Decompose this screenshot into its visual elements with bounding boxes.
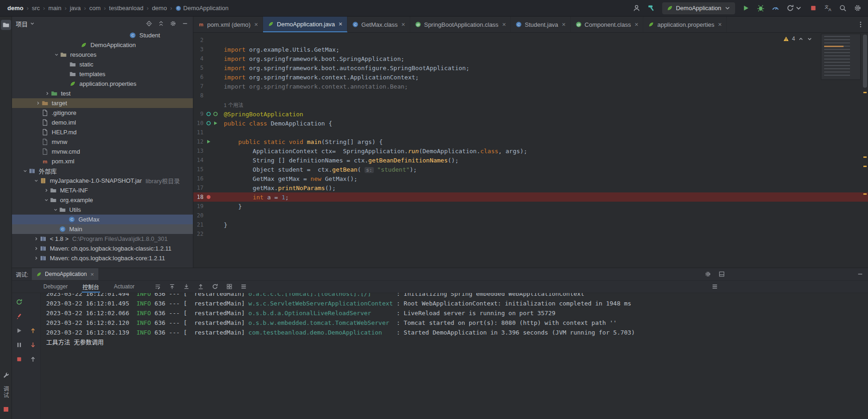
console-output[interactable]: 2023-03-22 16:12:01.494 INFO 636 --- [ r… [41,293,868,419]
project-panel-title[interactable]: 项目 [16,19,28,28]
warning-tick[interactable] [863,156,867,158]
breadcrumb-item-demo[interactable]: demo [7,5,24,12]
tree-item-getmax[interactable]: CGetMax [12,215,193,224]
run-button[interactable] [742,4,750,12]
tree-item-target[interactable]: target [12,98,193,108]
tree-toggle-icon[interactable] [32,236,40,241]
editor[interactable]: 23import org.example.Utils.GetMax;4impor… [193,33,868,268]
tree-item-maven-ch-qos-logback-logback-core-1-2-11[interactable]: Maven: ch.qos.logback:logback-core:1.2.1… [12,253,193,263]
hotswap-button[interactable] [16,313,23,320]
tree-toggle-icon[interactable] [34,101,42,106]
run-gutter-icon[interactable] [206,139,211,144]
translate-icon[interactable]: 文A [824,4,832,12]
line-number[interactable]: 11 [193,129,204,136]
tree-item-resources[interactable]: resources [12,50,193,60]
layout-icon[interactable] [718,271,725,277]
scrollbar-thumb[interactable] [863,35,867,88]
tree-toggle-icon[interactable] [52,207,59,212]
editor-tab-getmax-class[interactable]: CGetMax.class× [347,17,410,32]
build-tool-button[interactable] [1,370,11,380]
tree-toggle-icon[interactable] [53,52,60,57]
bean-teal-icon[interactable] [206,111,211,117]
locate-icon[interactable] [146,20,152,27]
line-number[interactable]: 3 [193,46,204,53]
line-number[interactable]: 4 [193,55,204,62]
step-out-button[interactable] [30,327,36,334]
pause-button[interactable] [16,341,23,348]
debug-tool-button[interactable]: 调试 [2,386,10,399]
tree-item-test[interactable]: test [12,89,193,98]
scroll-down-icon[interactable] [183,283,190,290]
close-icon[interactable]: × [562,21,566,28]
scroll-top-button[interactable] [30,356,36,363]
editor-tab-student-java[interactable]: CStudent.java× [511,17,570,32]
chevron-down-icon[interactable] [30,21,35,26]
editor-tab-pom-xml-demo[interactable]: mpom.xml (demo)× [193,17,263,32]
tree-item-help-md[interactable]: HELP.md [12,127,193,137]
breadcrumb-item-java[interactable]: java [70,5,81,12]
tree-item-student[interactable]: CStudent [12,30,193,40]
breadcrumb-item-testbeanload[interactable]: testbeanload [109,5,143,12]
tree-item-static[interactable]: static [12,60,193,69]
soft-wrap-icon[interactable] [155,283,161,290]
tree-item-1-8[interactable]: < 1.8 >C:\Program Files\Java\jdk1.8.0_30… [12,234,193,244]
line-number[interactable]: 22 [193,231,204,237]
bean-teal-icon[interactable] [206,120,211,126]
breadcrumb-item-com[interactable]: com [89,5,101,12]
error-stripe[interactable] [862,33,868,268]
project-tool-button[interactable] [1,20,11,30]
warning-tick[interactable] [863,166,867,167]
upload-icon[interactable] [198,283,204,290]
prev-chevron-icon[interactable] [798,36,804,42]
tree-item-org-example[interactable]: org.example [12,195,193,205]
tree-toggle-icon[interactable] [42,188,50,193]
editor-tab-component-class[interactable]: @Component.class× [571,17,644,32]
line-number[interactable]: 20 [193,212,204,219]
profiler-button[interactable] [772,4,779,12]
tree-item-mvnw-cmd[interactable]: mvnw.cmd [12,147,193,156]
tree-item-main[interactable]: CMain [12,224,193,234]
tree-item-外部库[interactable]: 外部库 [12,166,193,176]
line-number[interactable]: 9 [193,111,204,117]
debug-view-tab-debugger[interactable]: Debugger [42,281,69,293]
tree-toggle-icon[interactable] [42,198,50,203]
tree-toggle-icon[interactable] [32,246,40,251]
account-icon[interactable] [633,4,641,12]
tree-item-templates[interactable]: templates [12,69,193,79]
breadcrumb-item-demo[interactable]: demo [152,5,167,12]
restart-icon[interactable] [212,283,218,290]
line-number[interactable]: 2 [193,37,204,43]
tree-item-gitignore[interactable]: .gitignore [12,108,193,118]
tree-item-demoapplication[interactable]: DemoApplication [12,40,193,50]
scroll-up-icon[interactable] [169,283,175,290]
resume-button[interactable] [16,327,23,334]
tree-item-pom-xml[interactable]: mpom.xml [12,156,193,166]
search-icon[interactable] [839,4,847,12]
hamburger-icon[interactable] [240,283,247,290]
close-icon[interactable]: × [401,21,405,28]
tree-toggle-icon[interactable] [21,168,29,174]
line-number[interactable]: 8 [193,92,204,99]
run-gutter-icon[interactable] [213,120,218,126]
debug-button[interactable] [757,4,765,12]
breadcrumb-item-demoapplication[interactable]: CDemoApplication [175,5,228,12]
line-number[interactable]: 21 [193,221,204,228]
more-tabs-icon[interactable] [857,17,868,32]
tree-item-myjarpackahe-1-0-snapshot-jar[interactable]: myJarpackahe-1.0-SNAPSHOT.jarlibrary根目录 [12,176,193,186]
close-icon[interactable]: × [635,21,638,28]
line-number[interactable]: 14 [193,157,204,163]
tree-item-meta-inf[interactable]: META-INF [12,186,193,195]
stop-button[interactable] [16,356,23,363]
debug-view-tab-控制台[interactable]: 控制台 [82,281,100,293]
line-number[interactable]: 15 [193,166,204,173]
close-icon[interactable]: × [254,21,258,28]
build-hammer-icon[interactable] [647,4,655,12]
line-number[interactable]: 17 [193,185,204,191]
breadcrumb-item-main[interactable]: main [48,5,61,12]
breakpoint-icon[interactable] [206,194,211,200]
close-icon[interactable]: × [718,21,722,28]
rerun-button[interactable] [16,299,23,305]
line-number[interactable]: 18 [193,194,204,200]
line-number[interactable]: 19 [193,203,204,210]
line-number[interactable]: 5 [193,65,204,71]
